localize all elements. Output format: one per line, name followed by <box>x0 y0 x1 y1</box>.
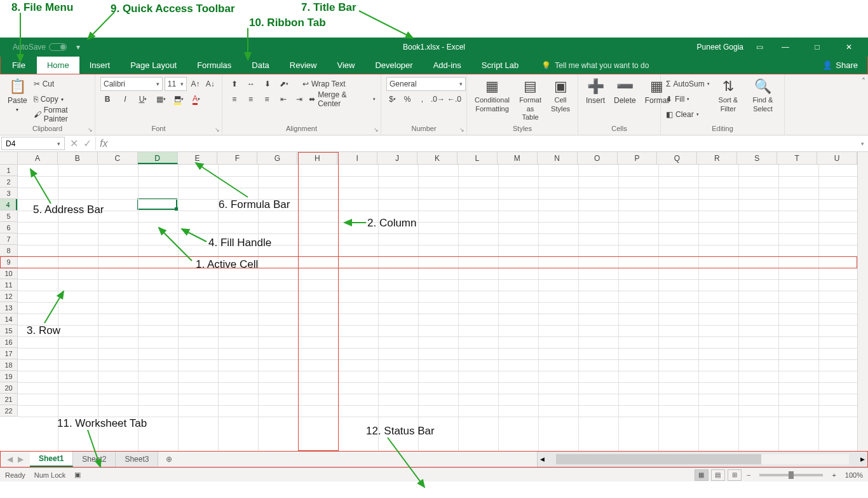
maximize-button[interactable]: □ <box>808 43 827 52</box>
row-header-12[interactable]: 12 <box>0 291 17 302</box>
sort-filter-button[interactable]: ⇅Sort & Filter <box>714 77 743 114</box>
align-top-button[interactable]: ⬆ <box>227 77 241 91</box>
find-select-button[interactable]: 🔍Find & Select <box>747 77 779 114</box>
vertical-scrollbar[interactable] <box>857 152 868 451</box>
font-name-combo[interactable]: Calibri▾ <box>100 77 163 91</box>
decrease-decimal-button[interactable]: ←.0 <box>447 92 461 106</box>
fill-button[interactable]: ⬇Fill▾ <box>666 92 710 106</box>
wrap-text-button[interactable]: ↩Wrap Text <box>302 77 346 91</box>
column-header-O[interactable]: O <box>578 152 618 164</box>
tab-review[interactable]: Review <box>280 57 327 74</box>
zoom-in-button[interactable]: + <box>829 471 838 479</box>
page-layout-view-button[interactable]: ▤ <box>711 469 725 481</box>
number-dialog-launcher[interactable]: ↘ <box>459 127 465 133</box>
column-header-F[interactable]: F <box>217 152 257 164</box>
row-header-8[interactable]: 8 <box>0 245 17 256</box>
row-header-5[interactable]: 5 <box>0 211 17 222</box>
zoom-out-button[interactable]: − <box>744 471 753 479</box>
page-break-view-button[interactable]: ⊞ <box>728 469 742 481</box>
tell-me-search[interactable]: 💡Tell me what you want to do <box>541 57 649 74</box>
tab-formulas[interactable]: Formulas <box>187 57 241 74</box>
fx-label[interactable]: fx <box>96 135 111 151</box>
user-name[interactable]: Puneet Gogia <box>697 43 743 52</box>
column-header-K[interactable]: K <box>417 152 458 164</box>
decrease-font-button[interactable]: A↓ <box>204 77 217 91</box>
format-as-table-button[interactable]: ▤Format as Table <box>516 77 545 123</box>
row-header-16[interactable]: 16 <box>0 336 17 348</box>
sheet-nav-prev[interactable]: ◀ <box>7 455 13 464</box>
row-header-20[interactable]: 20 <box>0 382 17 394</box>
underline-button[interactable]: U▾ <box>136 92 150 106</box>
format-painter-button[interactable]: 🖌Format Painter <box>34 107 90 121</box>
ribbon-display-icon[interactable]: ▭ <box>756 43 763 52</box>
number-format-combo[interactable]: General▾ <box>386 77 466 91</box>
align-bottom-button[interactable]: ⬇ <box>261 77 275 91</box>
normal-view-button[interactable]: ▦ <box>695 469 709 481</box>
row-header-17[interactable]: 17 <box>0 348 17 359</box>
font-dialog-launcher[interactable]: ↘ <box>215 127 220 133</box>
clear-button[interactable]: ◧Clear▾ <box>666 107 710 121</box>
enter-formula-icon[interactable]: ✓ <box>83 137 92 149</box>
collapse-ribbon-button[interactable]: ˄ <box>862 77 865 86</box>
horizontal-scrollbar[interactable]: ◀ ▶ <box>537 452 867 467</box>
column-header-C[interactable]: C <box>98 152 138 164</box>
font-size-combo[interactable]: 11▾ <box>165 77 187 91</box>
close-button[interactable]: ✕ <box>839 43 858 52</box>
minimize-button[interactable]: ― <box>776 43 795 52</box>
insert-cells-button[interactable]: ➕Insert <box>583 77 607 107</box>
share-button[interactable]: 👤Share <box>822 57 867 74</box>
accounting-format-button[interactable]: $▾ <box>386 92 398 106</box>
bold-button[interactable]: B <box>100 92 114 106</box>
row-header-9[interactable]: 9 <box>0 256 17 268</box>
new-sheet-button[interactable]: ⊕ <box>158 452 180 467</box>
increase-indent-button[interactable]: ⇥ <box>293 92 307 106</box>
column-header-M[interactable]: M <box>498 152 538 164</box>
column-header-B[interactable]: B <box>58 152 98 164</box>
column-header-T[interactable]: T <box>777 152 817 164</box>
font-color-button[interactable]: A▾ <box>189 92 203 106</box>
row-header-19[interactable]: 19 <box>0 371 17 382</box>
row-header-3[interactable]: 3 <box>0 188 17 199</box>
column-header-Q[interactable]: Q <box>657 152 697 164</box>
align-left-button[interactable]: ≡ <box>227 92 241 106</box>
align-middle-button[interactable]: ↔ <box>244 77 258 91</box>
tab-home[interactable]: Home <box>37 57 79 74</box>
column-header-R[interactable]: R <box>697 152 737 164</box>
italic-button[interactable]: I <box>118 92 132 106</box>
fill-color-button[interactable]: ⬒▾ <box>172 92 186 106</box>
tab-file[interactable]: File <box>1 57 37 74</box>
tab-view[interactable]: View <box>327 57 365 74</box>
column-header-D[interactable]: D <box>138 152 178 164</box>
cancel-formula-icon[interactable]: ✕ <box>70 137 78 149</box>
align-center-button[interactable]: ≡ <box>244 92 258 106</box>
column-header-S[interactable]: S <box>737 152 777 164</box>
tab-insert[interactable]: Insert <box>79 57 121 74</box>
row-header-1[interactable]: 1 <box>0 165 17 176</box>
tab-add-ins[interactable]: Add-ins <box>423 57 471 74</box>
increase-font-button[interactable]: A↑ <box>189 77 201 91</box>
comma-format-button[interactable]: , <box>416 92 428 106</box>
column-header-P[interactable]: P <box>618 152 658 164</box>
align-right-button[interactable]: ≡ <box>260 92 274 106</box>
autosave-toggle[interactable]: AutoSave <box>13 43 67 52</box>
cell-styles-button[interactable]: ▣Cell Styles <box>548 77 573 114</box>
tab-script-lab[interactable]: Script Lab <box>471 57 529 74</box>
select-all-corner[interactable] <box>0 152 18 164</box>
percent-format-button[interactable]: % <box>401 92 413 106</box>
column-header-E[interactable]: E <box>178 152 218 164</box>
zoom-level[interactable]: 100% <box>845 471 863 479</box>
column-header-N[interactable]: N <box>538 152 578 164</box>
expand-formula-bar[interactable]: ▾ <box>857 135 868 151</box>
tab-page-layout[interactable]: Page Layout <box>120 57 187 74</box>
formula-bar-input[interactable] <box>111 135 857 151</box>
sheet-tab-2[interactable]: Sheet2 <box>73 452 116 467</box>
column-header-I[interactable]: I <box>337 152 377 164</box>
row-header-11[interactable]: 11 <box>0 279 17 291</box>
zoom-slider[interactable] <box>759 474 823 476</box>
paste-button[interactable]: 📋Paste▾ <box>5 77 30 114</box>
row-header-15[interactable]: 15 <box>0 325 17 336</box>
column-header-G[interactable]: G <box>257 152 297 164</box>
increase-decimal-button[interactable]: .0→ <box>431 92 445 106</box>
row-header-14[interactable]: 14 <box>0 314 17 325</box>
row-header-22[interactable]: 22 <box>0 405 17 417</box>
